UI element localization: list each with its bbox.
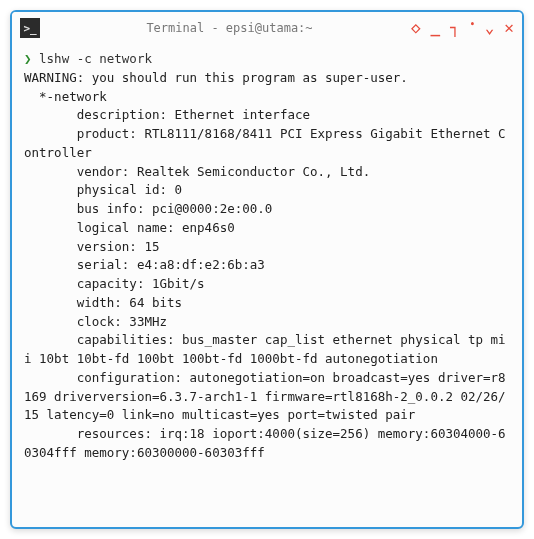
menu-button[interactable]: ⌄ xyxy=(485,20,495,36)
terminal-icon-glyph: >_ xyxy=(23,23,36,34)
command-output: WARNING: you should run this program as … xyxy=(24,70,506,460)
window-controls: ◇ _ ┐ • ⌄ ✕ xyxy=(411,20,514,36)
maximize-button[interactable]: ┐ xyxy=(450,20,460,36)
titlebar: >_ Terminal - epsi@utama:~ ◇ _ ┐ • ⌄ ✕ xyxy=(12,12,522,44)
window-title: Terminal - epsi@utama:~ xyxy=(48,21,411,35)
command-text: lshw -c network xyxy=(39,51,152,66)
minimize-button[interactable]: _ xyxy=(431,20,441,36)
terminal-window: >_ Terminal - epsi@utama:~ ◇ _ ┐ • ⌄ ✕ ❯… xyxy=(10,10,524,529)
close-button[interactable]: ✕ xyxy=(504,20,514,36)
prompt-marker: ❯ xyxy=(24,51,32,66)
pin-icon[interactable]: ◇ xyxy=(411,20,421,36)
terminal-body[interactable]: ❯ lshw -c network WARNING: you should ru… xyxy=(12,44,522,527)
terminal-app-icon: >_ xyxy=(20,18,40,38)
dot-icon[interactable]: • xyxy=(470,21,475,29)
